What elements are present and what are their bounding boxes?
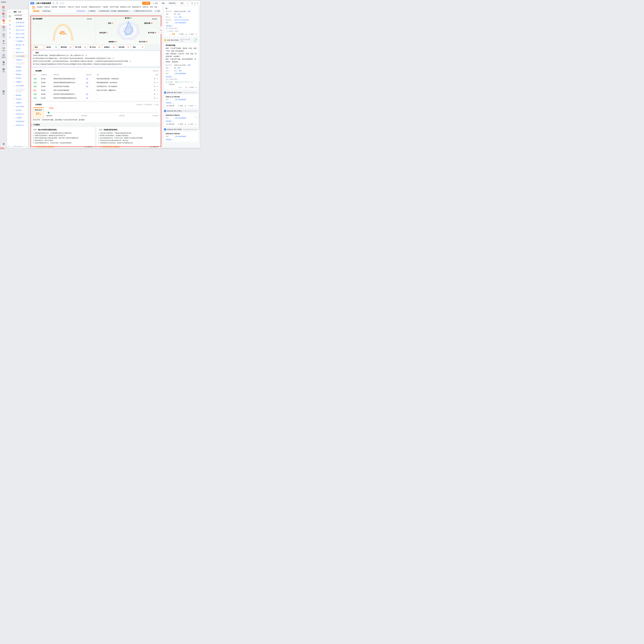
row-checkbox[interactable] bbox=[14, 22, 15, 23]
record-number[interactable]: 2025-08-21-000118 bbox=[166, 133, 197, 135]
list-item[interactable]: 华润万家全国 bbox=[12, 21, 28, 24]
modify-link[interactable]: 修改 bbox=[188, 64, 190, 66]
row-checkbox[interactable] bbox=[14, 106, 15, 107]
opportunity-name-link[interactable]: 帝迈动925-4 bbox=[16, 124, 24, 126]
more-button[interactable] bbox=[196, 34, 197, 34]
view-more-link[interactable]: 查看更多 bbox=[166, 120, 197, 122]
list-item[interactable]: 艾比森14 bbox=[12, 97, 28, 101]
row-checkbox[interactable] bbox=[14, 44, 15, 46]
tab-general-profile[interactable]: 通用画像 bbox=[32, 10, 40, 12]
select-all-checkbox[interactable] bbox=[14, 18, 15, 20]
tab-2[interactable]: 详细信息 bbox=[44, 5, 50, 9]
create-task-button[interactable]: 创建任务 bbox=[85, 146, 93, 148]
opportunity-name-link[interactable]: 112801 bbox=[16, 48, 20, 49]
lock-icon[interactable] bbox=[52, 2, 55, 5]
list-item[interactable]: 复制商机 bbox=[12, 73, 28, 76]
add-button[interactable] bbox=[8, 11, 11, 14]
list-item[interactable]: 湖北人社-Dee bbox=[12, 28, 28, 32]
tab-5[interactable]: 销售订单 bbox=[68, 5, 74, 9]
tab-7[interactable]: 标注结果 bbox=[81, 5, 87, 9]
sidebar-item-leave[interactable]: 假期管理 bbox=[0, 54, 7, 58]
opportunity-name-link[interactable]: 艾比森14.. bbox=[16, 70, 22, 72]
change-owner-button[interactable]: 更换负责人 bbox=[167, 2, 178, 5]
edit-icon[interactable] bbox=[157, 97, 158, 99]
opportunity-name-link[interactable]: 帝迈测试阶段 bbox=[16, 121, 24, 122]
follow-button[interactable]: 关注 bbox=[151, 2, 159, 5]
score-pill-5[interactable]: 竞争态势31 bbox=[117, 45, 130, 49]
list-item[interactable]: 粤海水务---香 bbox=[12, 43, 28, 47]
opportunity-name-link[interactable]: 复制商机 bbox=[16, 94, 22, 96]
rail-flag-icon-1[interactable] bbox=[8, 27, 12, 31]
row-checkbox[interactable] bbox=[14, 95, 15, 96]
edit-button[interactable]: 编辑 bbox=[160, 2, 166, 5]
modify-link[interactable]: 修改 bbox=[179, 16, 182, 18]
list-item[interactable]: 艾比森14.. bbox=[12, 69, 28, 73]
next-record-button[interactable] bbox=[62, 2, 65, 5]
update-time-button[interactable]: 更新时间 2026-01-05 01:43 bbox=[132, 10, 153, 12]
forward-button[interactable]: 转发 bbox=[188, 105, 193, 107]
stage-node[interactable] bbox=[122, 112, 124, 113]
features-view-more[interactable]: 查看更多 bbox=[153, 70, 158, 72]
more-button[interactable] bbox=[195, 124, 196, 124]
sidebar-item-qixin[interactable]: 36 企信 bbox=[0, 7, 7, 11]
radar-trend-button[interactable]: 查看趋势 bbox=[150, 18, 159, 20]
view-more-link[interactable]: 查看更多 bbox=[166, 25, 197, 27]
opportunity-link[interactable]: 上海JZ传媒电梯屏 bbox=[174, 73, 186, 75]
sidebar-item-work[interactable]: 3 工作 bbox=[0, 26, 7, 31]
tab-overview[interactable]: 综述 bbox=[31, 45, 44, 49]
opportunity-name-link[interactable]: 艾比森14 bbox=[16, 98, 22, 100]
row-checkbox[interactable] bbox=[14, 74, 15, 75]
sidebar-item-more-2[interactable]: 更多 bbox=[0, 68, 7, 73]
row-checkbox[interactable] bbox=[14, 78, 15, 79]
tab-1[interactable]: 互动旅程 bbox=[37, 5, 43, 9]
list-item[interactable]: 艾比森13 bbox=[12, 108, 28, 112]
edit-icon[interactable] bbox=[157, 86, 158, 87]
edit-icon[interactable] bbox=[157, 93, 158, 95]
row-checkbox[interactable] bbox=[14, 29, 15, 31]
list-item[interactable]: 可解释2.0 bbox=[12, 80, 28, 84]
list-horizontal-scrollbar[interactable] bbox=[13, 146, 27, 147]
score-pill-2[interactable]: 客户关系36 bbox=[74, 45, 87, 49]
tab-12[interactable]: 线索转换记录 bbox=[132, 5, 141, 9]
expand-icon[interactable] bbox=[194, 2, 196, 4]
row-checkbox[interactable] bbox=[14, 56, 15, 57]
opportunity-name-link[interactable]: 可解释new bbox=[16, 59, 23, 61]
complete-button[interactable]: 完成 bbox=[170, 33, 175, 35]
suggestion-number-link[interactable]: 202511171200486385 bbox=[174, 19, 189, 21]
row-checkbox[interactable] bbox=[14, 37, 15, 38]
list-item[interactable]: 20251021-01 bbox=[12, 112, 28, 116]
list-item[interactable]: 复制商机 bbox=[12, 65, 28, 69]
opportunity-name-link[interactable]: 湖北人社-Dee bbox=[16, 29, 25, 31]
sidebar-item-more-1[interactable]: 更多 bbox=[0, 61, 7, 66]
list-item[interactable]: 帝迈测试阶段 bbox=[12, 120, 28, 123]
feature-change-notice[interactable]: 有新的特征变化，点击更新，获取最新洞察结果 bbox=[98, 10, 131, 12]
record-number[interactable]: 2025-08-27-000131 bbox=[166, 114, 197, 116]
list-item[interactable]: C139测试 bbox=[12, 116, 28, 120]
stage-node[interactable] bbox=[84, 112, 86, 113]
business-type-filter[interactable]: 全部业务类型 bbox=[13, 14, 27, 17]
opportunity-name-link[interactable]: 20251021-01 bbox=[16, 113, 24, 115]
opportunity-name-link[interactable]: 线索1120-01 bbox=[16, 52, 24, 53]
sidebar-item-todo[interactable]: 14 待办 bbox=[0, 13, 7, 18]
list-item[interactable]: 港航工作说明 bbox=[12, 36, 28, 39]
list-item[interactable]: 艾比森14 bbox=[12, 76, 28, 80]
list-item[interactable]: 1022-01线索 bbox=[12, 105, 28, 108]
view-more-link[interactable]: 查看更多 bbox=[166, 139, 197, 141]
record-number[interactable]: 2025-11-17-001436 bbox=[166, 96, 197, 98]
row-checkbox[interactable] bbox=[14, 33, 15, 35]
opportunity-name-link[interactable]: 港航工作说明 bbox=[16, 37, 24, 39]
row-checkbox[interactable] bbox=[14, 52, 15, 53]
prev-record-button[interactable] bbox=[59, 2, 62, 5]
opportunity-name-link[interactable]: 广州政数局（ bbox=[16, 40, 24, 42]
view-detail-button[interactable]: 查看详情 bbox=[166, 105, 174, 107]
modify-link[interactable]: 修改 bbox=[179, 70, 182, 72]
opportunity-link[interactable]: 上海JZ传媒电梯屏 bbox=[174, 135, 186, 137]
rail-record-icon[interactable] bbox=[8, 15, 12, 18]
opportunity-name-link[interactable]: 可解释2.0 bbox=[16, 81, 22, 83]
sidebar-item-crm[interactable]: 49 CRM bbox=[1, 19, 7, 25]
opportunity-name-link[interactable]: 可解释2.0 bbox=[16, 102, 22, 104]
view-report-icon[interactable] bbox=[154, 78, 155, 80]
win-rate-trend-button[interactable]: 查看趋势 bbox=[85, 18, 94, 20]
row-checkbox[interactable] bbox=[14, 48, 15, 49]
view-report-icon[interactable] bbox=[154, 93, 155, 95]
